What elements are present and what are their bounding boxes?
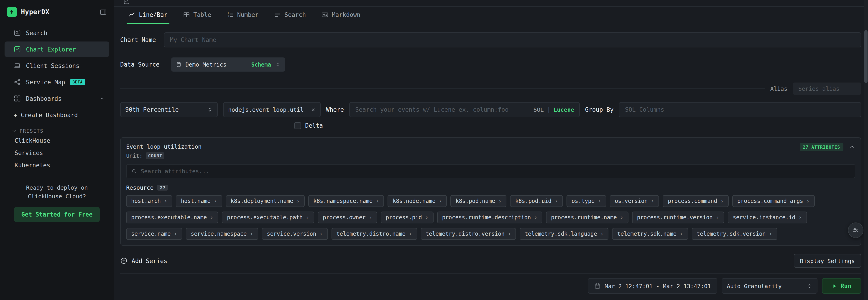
chart-icon bbox=[14, 46, 21, 53]
editor-content: Chart Name Data Source Demo Metrics Sche… bbox=[114, 24, 868, 300]
add-series-button[interactable]: Add Series bbox=[120, 257, 167, 265]
attribute-chip[interactable]: k8s.deployment.name › bbox=[226, 195, 305, 207]
attribute-chip[interactable]: process.pid › bbox=[381, 212, 433, 223]
divider bbox=[120, 88, 765, 89]
alias-label: Alias bbox=[770, 85, 787, 92]
preset-services[interactable]: Services bbox=[0, 147, 114, 159]
schema-link[interactable]: Schema bbox=[251, 61, 271, 68]
sidebar-item-search[interactable]: Search bbox=[5, 25, 109, 40]
attributes-search-input[interactable] bbox=[141, 165, 850, 178]
collapse-sidebar-icon[interactable] bbox=[99, 7, 107, 16]
metric-description: Event loop utilization bbox=[126, 143, 202, 150]
tab-table[interactable]: Table bbox=[181, 7, 213, 24]
attribute-chip[interactable]: telemetry.distro.name › bbox=[331, 228, 417, 240]
attribute-chip[interactable]: process.executable.path › bbox=[222, 212, 314, 223]
sliders-icon bbox=[852, 226, 859, 234]
attribute-chip[interactable]: k8s.node.name › bbox=[388, 195, 447, 207]
attribute-chip[interactable]: host.name › bbox=[176, 195, 222, 207]
sidebar: HyperDX Search Chart Explorer bbox=[0, 0, 114, 300]
attribute-chip[interactable]: process.executable.name › bbox=[126, 212, 218, 223]
attribute-chip[interactable]: service.instance.id › bbox=[728, 212, 807, 223]
chevron-right-icon: › bbox=[680, 231, 683, 237]
sql-toggle[interactable]: SQL bbox=[533, 106, 544, 113]
chart-name-input[interactable] bbox=[164, 32, 861, 48]
attribute-chip[interactable]: telemetry.sdk.version › bbox=[691, 228, 777, 240]
sidebar-item-service-map[interactable]: Service Map BETA bbox=[5, 74, 109, 90]
tab-markdown[interactable]: Markdown bbox=[319, 7, 362, 24]
filters-fab-button[interactable] bbox=[848, 222, 863, 238]
attribute-chip[interactable]: k8s.pod.uid › bbox=[510, 195, 563, 207]
attribute-chip[interactable]: k8s.pod.name › bbox=[451, 195, 507, 207]
attribute-chip[interactable]: process.runtime.description › bbox=[437, 212, 542, 223]
delta-label: Delta bbox=[305, 122, 323, 129]
scrollbar[interactable] bbox=[864, 0, 868, 300]
attributes-count-badge: 27 ATTRIBUTES bbox=[800, 143, 843, 151]
chevron-right-icon: › bbox=[409, 231, 412, 237]
attribute-chip[interactable]: telemetry.distro.version › bbox=[421, 228, 516, 240]
attribute-chip[interactable]: service.namespace › bbox=[186, 228, 258, 240]
chevron-right-icon: › bbox=[214, 198, 217, 204]
delta-checkbox[interactable] bbox=[294, 122, 301, 129]
attribute-chip[interactable]: os.type › bbox=[566, 195, 606, 207]
attribute-chip[interactable]: k8s.namespace.name › bbox=[308, 195, 384, 207]
tab-search[interactable]: Search bbox=[272, 7, 308, 24]
attribute-chip[interactable]: service.name › bbox=[126, 228, 182, 240]
resource-group-row: Resource 27 bbox=[126, 184, 855, 191]
sidebar-item-chart-explorer[interactable]: Chart Explorer bbox=[5, 42, 109, 57]
attribute-chip[interactable]: process.runtime.version › bbox=[632, 212, 724, 223]
chart-name-label: Chart Name bbox=[120, 36, 156, 43]
granularity-select[interactable]: Auto Granularity bbox=[722, 278, 817, 294]
sidebar-item-label: Dashboards bbox=[26, 95, 62, 102]
attribute-chip[interactable]: service.version › bbox=[262, 228, 328, 240]
alias-input[interactable] bbox=[793, 83, 861, 95]
preset-kubernetes[interactable]: Kubernetes bbox=[0, 159, 114, 171]
display-settings-button[interactable]: Display Settings bbox=[794, 254, 861, 268]
collapse-panel-icon[interactable] bbox=[849, 144, 855, 150]
attribute-chip[interactable]: telemetry.sdk.language › bbox=[520, 228, 609, 240]
attribute-chip[interactable]: process.owner › bbox=[318, 212, 377, 223]
aggregation-select[interactable]: 90th Percentile bbox=[120, 102, 218, 117]
attribute-chip[interactable]: host.arch › bbox=[126, 195, 173, 207]
attributes-panel: Event loop utilization Unit: COUNT 27 AT… bbox=[120, 137, 861, 246]
tab-line-bar[interactable]: Line/Bar bbox=[127, 7, 169, 24]
metric-tag[interactable]: nodejs.event_loop.util bbox=[223, 102, 320, 117]
delta-row: Delta bbox=[294, 122, 861, 129]
lucene-toggle[interactable]: Lucene bbox=[554, 106, 574, 113]
group-by-input[interactable] bbox=[619, 102, 861, 117]
chevron-up-icon[interactable] bbox=[100, 96, 105, 101]
table-icon bbox=[183, 11, 190, 18]
chevron-updown-icon bbox=[275, 61, 281, 67]
tab-number[interactable]: 13 Number bbox=[225, 7, 260, 24]
chevron-right-icon: › bbox=[164, 198, 167, 204]
top-strip bbox=[114, 0, 868, 7]
get-started-button[interactable]: Get Started for Free bbox=[14, 207, 100, 222]
run-button[interactable]: Run bbox=[822, 278, 861, 294]
list-ordered-icon: 13 bbox=[227, 11, 234, 18]
svg-text:1: 1 bbox=[227, 12, 229, 15]
data-source-select[interactable]: Demo Metrics Schema bbox=[171, 57, 285, 72]
presets-header[interactable]: PRESETS bbox=[0, 121, 114, 135]
attribute-chip[interactable]: process.command › bbox=[663, 195, 728, 207]
sidebar-item-label: Search bbox=[26, 29, 48, 36]
app-root: HyperDX Search Chart Explorer bbox=[0, 0, 868, 300]
preset-clickhouse[interactable]: ClickHouse bbox=[0, 135, 114, 147]
main-area: Line/Bar Table 13 Number Search Markdown… bbox=[114, 0, 868, 300]
scrollbar-thumb[interactable] bbox=[864, 30, 868, 83]
attribute-chip[interactable]: telemetry.sdk.name › bbox=[612, 228, 688, 240]
chevron-right-icon: › bbox=[620, 215, 623, 220]
attribute-chip[interactable]: os.version › bbox=[610, 195, 659, 207]
attribute-chip[interactable]: process.command_args › bbox=[732, 195, 814, 207]
chevron-right-icon: › bbox=[250, 231, 253, 237]
remove-metric-icon[interactable] bbox=[311, 107, 316, 112]
create-dashboard-link[interactable]: + Create Dashboard bbox=[0, 110, 114, 121]
alias-row: Alias bbox=[120, 83, 861, 95]
attribute-chip[interactable]: process.runtime.name › bbox=[546, 212, 628, 223]
sidebar-item-dashboards[interactable]: Dashboards bbox=[5, 91, 109, 106]
sidebar-item-client-sessions[interactable]: Client Sessions bbox=[5, 58, 109, 74]
chevron-right-icon: › bbox=[376, 198, 379, 204]
deploy-text: Ready to deploy on ClickHouse Cloud? bbox=[10, 183, 104, 201]
time-range-picker[interactable]: Mar 2 12:47:01 - Mar 2 13:47:01 bbox=[588, 278, 717, 294]
chevron-right-icon: › bbox=[598, 198, 601, 204]
resource-group-label: Resource bbox=[126, 184, 153, 191]
chevron-right-icon: › bbox=[555, 198, 558, 204]
